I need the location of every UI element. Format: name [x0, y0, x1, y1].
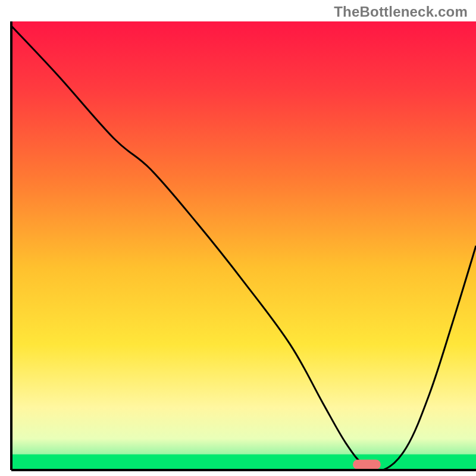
plot-background	[11, 21, 476, 470]
recommended-marker	[353, 459, 381, 469]
watermark-text: TheBottleneck.com	[334, 4, 468, 20]
green-floor-band	[11, 455, 476, 470]
bottleneck-chart	[0, 0, 476, 476]
